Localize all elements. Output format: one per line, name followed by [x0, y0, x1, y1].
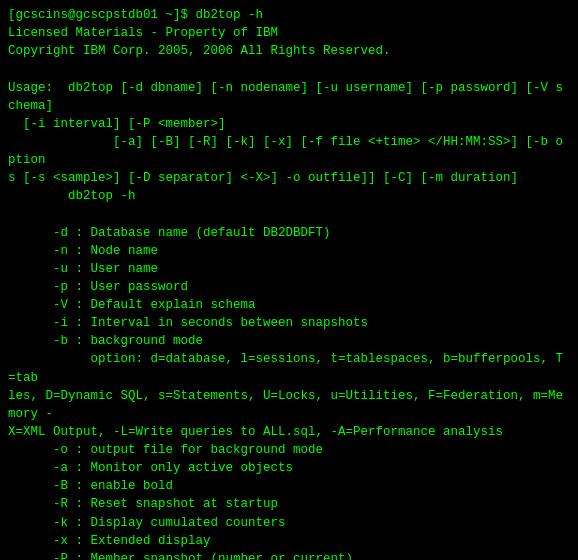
- terminal-output: [gcscins@gcscpstdb01 ~]$ db2top -h Licen…: [8, 6, 570, 560]
